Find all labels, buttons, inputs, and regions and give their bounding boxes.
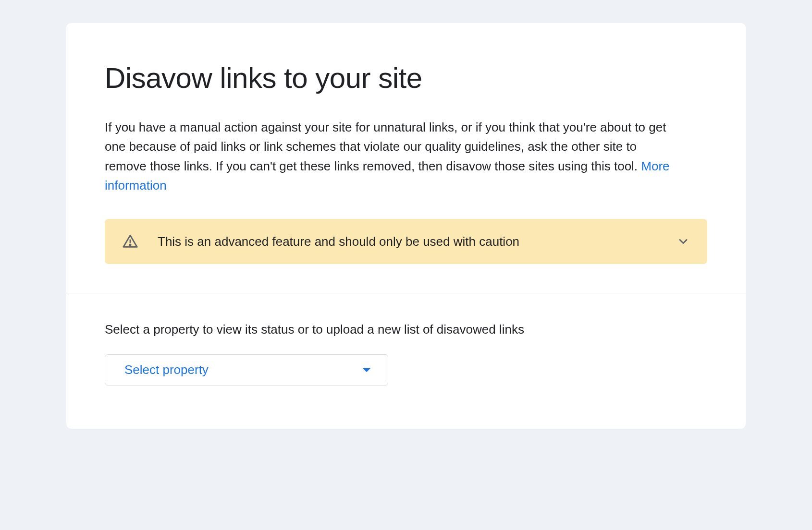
warning-banner[interactable]: This is an advanced feature and should o… (105, 219, 707, 264)
description-text: If you have a manual action against your… (105, 120, 666, 173)
main-card: Disavow links to your site If you have a… (66, 23, 746, 429)
chevron-down-icon (677, 235, 690, 248)
dropdown-selected-label: Select property (124, 362, 209, 377)
warning-triangle-icon (122, 233, 138, 250)
svg-point-1 (130, 244, 131, 245)
select-property-label: Select a property to view its status or … (105, 322, 707, 337)
caret-down-icon (363, 368, 370, 372)
page-title: Disavow links to your site (105, 61, 707, 95)
property-dropdown[interactable]: Select property (105, 354, 388, 385)
content-section: Disavow links to your site If you have a… (66, 23, 746, 293)
select-section: Select a property to view its status or … (66, 293, 746, 429)
page-description: If you have a manual action against your… (105, 118, 677, 195)
warning-text: This is an advanced feature and should o… (158, 234, 657, 249)
